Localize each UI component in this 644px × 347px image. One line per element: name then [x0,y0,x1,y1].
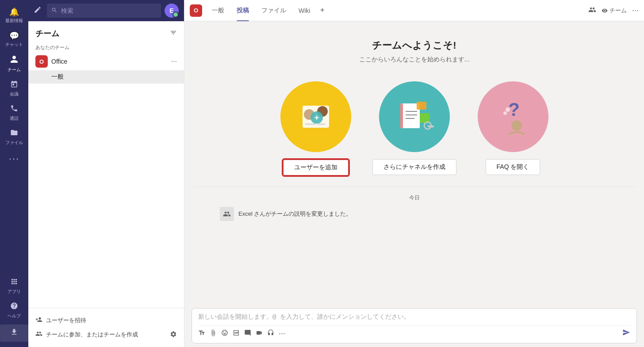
message-toolbar: ··· [198,325,630,339]
user-avatar[interactable]: E [165,4,179,18]
svg-rect-8 [400,103,403,128]
teams-icon [10,55,19,66]
rail-item-calendar[interactable]: 会議 [0,76,28,101]
tab-files[interactable]: ファイル [255,0,292,21]
activity-item: Excel さんがチームの説明を変更しました。 [220,205,609,223]
rail-item-calls[interactable]: 通話 [0,101,28,125]
meet-icon[interactable] [256,329,263,338]
help-icon [10,302,18,312]
sticker-icon[interactable] [244,329,251,338]
svg-point-18 [503,111,507,115]
tab-wiki[interactable]: Wiki [292,0,316,21]
svg-rect-5 [305,123,316,125]
section-label: あなたのチーム [28,42,184,53]
team-item-office[interactable]: O Office ··· [28,53,184,70]
tab-general[interactable]: 一般 [206,0,230,21]
rail-item-help[interactable]: ヘルプ [0,298,28,323]
channel-item-general[interactable]: 一般 [28,70,184,84]
invite-icon [35,316,42,325]
upload-icon [10,328,18,338]
svg-text:+: + [314,113,319,122]
svg-point-17 [511,120,522,131]
join-label: チームに参加、またはチームを作成 [46,331,138,339]
chat-icon: 💬 [9,31,19,41]
svg-rect-12 [417,102,426,110]
create-channel-illustration [379,81,450,152]
activity-area: 今日 Excel さんがチームの説明を変更しました。 [193,187,635,226]
emoji-icon[interactable] [221,329,228,338]
channel-more-icon[interactable]: ··· [632,6,639,15]
upload-icon-item[interactable] [0,324,28,342]
search-input[interactable] [61,7,157,14]
calendar-icon [10,80,18,90]
view-team-label: チーム [610,7,627,15]
welcome-card-create-channel: さらにチャネルを作成 [372,81,456,176]
sidebar-title: チーム [35,28,59,39]
activity-item-icon [220,207,234,221]
filter-icon[interactable] [170,29,177,38]
channel-badge: O [190,4,202,17]
channel-header-right: チーム ··· [588,6,639,15]
rail-item-label-activity: 最新情報 [5,18,23,24]
channel-tabs: 一般 投稿 ファイル Wiki + [206,0,588,21]
rail-item-chat[interactable]: 💬 チャット [0,27,28,51]
rail-item-label-teams: チーム [8,67,21,73]
channel-header: O 一般 投稿 ファイル Wiki + [184,0,644,21]
settings-icon[interactable] [170,331,177,339]
rail-item-label-help: ヘルプ [8,313,21,319]
rail-item-apps[interactable]: アプリ [0,274,28,298]
tab-posts[interactable]: 投稿 [230,0,255,21]
left-rail: 🔔 最新情報 💬 チャット チーム 会議 通話 [0,0,28,347]
join-team-action[interactable]: チームに参加、またはチームを作成 [35,328,177,342]
add-tab-button[interactable]: + [316,6,328,15]
team-more-icon[interactable]: ··· [171,57,177,65]
rail-bottom: アプリ ヘルプ [0,274,28,343]
add-user-illustration: + [280,81,351,152]
welcome-cards: + ユーザーを追加 [280,81,548,176]
activity-icon: 🔔 [9,7,19,17]
rail-item-more[interactable]: ··· [0,149,28,168]
rail-item-label-calls: 通話 [10,115,19,122]
create-channel-button[interactable]: さらにチャネルを作成 [372,159,456,175]
join-icon [35,330,42,339]
rail-item-label-apps: アプリ [8,289,21,295]
welcome-card-add-user: + ユーザーを追加 [280,81,351,176]
audio-icon[interactable] [267,329,274,338]
format-icon[interactable] [198,329,205,338]
search-box [47,4,161,18]
message-input[interactable] [198,313,630,320]
channel-name: 一般 [51,73,64,80]
topbar: E [28,0,184,21]
sidebar-bottom: ユーザーを招待 チームに参加、またはチームを作成 [28,308,184,347]
search-icon [51,7,58,15]
rail-item-activity[interactable]: 🔔 最新情報 [0,4,28,27]
more-icon: ··· [9,153,19,164]
svg-text:?: ? [508,99,520,120]
rail-item-files[interactable]: ファイル [0,125,28,149]
rail-item-label-calendar: 会議 [10,91,19,97]
main-area: O 一般 投稿 ファイル Wiki + [184,0,644,347]
date-divider: 今日 [220,194,609,202]
svg-point-19 [506,107,510,112]
view-team-button[interactable]: チーム [602,7,627,15]
sidebar: E チーム あなたのチーム O Office ··· 一般 ユーザーを招待 [28,0,184,347]
invite-users-action[interactable]: ユーザーを招待 [35,313,177,328]
send-button[interactable] [622,328,630,339]
message-input-area: ··· [192,308,637,343]
members-button[interactable] [588,6,596,15]
compose-button[interactable] [34,6,42,16]
faq-button[interactable]: FAQ を開く [486,159,540,175]
rail-item-teams[interactable]: チーム [0,51,28,76]
attach-icon[interactable] [210,329,217,338]
calls-icon [10,104,18,114]
add-user-button[interactable]: ユーザーを追加 [283,159,349,176]
rail-item-label-files: ファイル [5,140,23,146]
faq-illustration: ? [478,81,548,152]
content-area: チームへようこそ! ここからいろんなことを始められます... + [184,21,644,347]
more-options-icon[interactable]: ··· [279,329,285,338]
welcome-section: チームへようこそ! ここからいろんなことを始められます... + [184,21,644,305]
sidebar-header: チーム [28,21,184,42]
gif-icon[interactable] [233,329,240,338]
team-name: Office [51,58,171,65]
files-icon [10,129,18,139]
